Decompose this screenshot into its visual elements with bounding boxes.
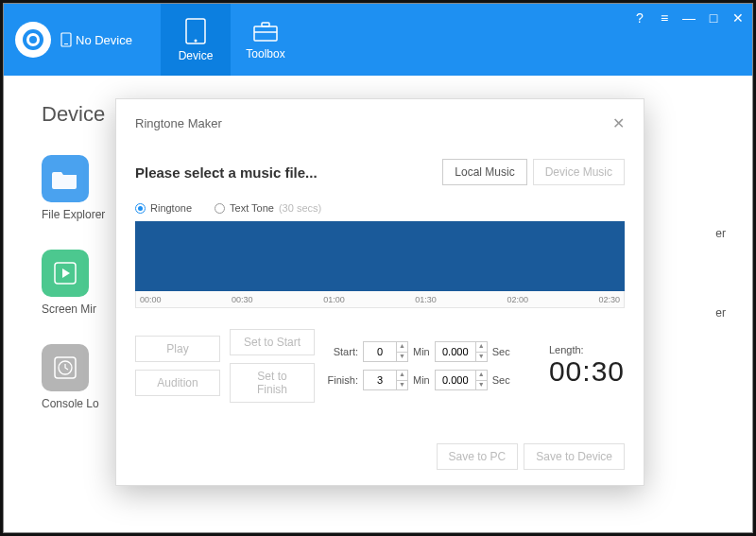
ruler-tick: 01:00 [323, 295, 345, 304]
ruler-tick: 00:30 [232, 295, 253, 304]
finish-sec-field[interactable] [436, 371, 475, 389]
radio-ringtone-label: Ringtone [150, 202, 192, 214]
tab-device[interactable]: Device [161, 4, 231, 76]
toolbox-icon [251, 19, 280, 43]
set-to-finish-button[interactable]: Set to Finish [230, 363, 315, 403]
audition-button[interactable]: Audition [135, 370, 220, 396]
radio-text-tone-label: Text Tone [230, 202, 274, 214]
ruler-tick: 01:30 [415, 295, 437, 304]
finish-min-input[interactable]: ▲▼ [363, 370, 408, 390]
start-sec-input[interactable]: ▲▼ [435, 341, 488, 362]
folder-icon [42, 155, 89, 202]
device-music-button[interactable]: Device Music [533, 159, 625, 185]
tile-label: File Explorer [42, 208, 105, 221]
modal-footer: Save to PC Save to Device [437, 443, 625, 470]
spin-down[interactable]: ▼ [397, 353, 407, 362]
min-label: Min [413, 346, 430, 357]
close-button[interactable]: ✕ [731, 11, 745, 25]
app-window: No Device Device Toolbox ? ≡ — □ ✕ Devic… [3, 3, 753, 533]
radio-ringtone[interactable]: Ringtone [135, 202, 192, 214]
text-tone-hint: (30 secs) [279, 202, 321, 214]
ruler-tick: 02:30 [598, 295, 620, 304]
maximize-button[interactable]: □ [707, 11, 720, 25]
obscured-text: er [715, 306, 726, 320]
tile-screen-mirror[interactable]: Screen Mir [42, 250, 117, 316]
spin-down[interactable]: ▼ [476, 381, 487, 390]
spin-down[interactable]: ▼ [476, 353, 487, 362]
spin-down[interactable]: ▼ [397, 381, 407, 390]
tile-console-log[interactable]: Console Lo [42, 344, 117, 410]
modal-header: Please select a music file... Local Musi… [135, 159, 625, 185]
modal-title: Ringtone Maker [135, 116, 222, 130]
ringtone-maker-modal: Ringtone Maker ✕ Please select a music f… [115, 98, 644, 486]
ruler-tick: 00:00 [140, 295, 162, 304]
menu-icon[interactable]: ≡ [658, 11, 671, 25]
start-label: Start: [324, 346, 358, 357]
spin-up[interactable]: ▲ [397, 342, 407, 353]
device-status: No Device [60, 32, 132, 47]
tab-device-label: Device [179, 49, 214, 62]
length-block: Length: 00:30 [549, 344, 625, 388]
start-sec-field[interactable] [436, 342, 475, 361]
window-controls: ? ≡ — □ ✕ [633, 11, 745, 25]
tile-label: Console Lo [42, 397, 99, 410]
logo-area: No Device [4, 4, 132, 76]
tab-toolbox-label: Toolbox [246, 47, 284, 61]
spin-up[interactable]: ▲ [476, 371, 487, 381]
play-button[interactable]: Play [135, 336, 220, 362]
tablet-icon [183, 17, 208, 45]
svg-rect-5 [262, 23, 269, 26]
local-music-button[interactable]: Local Music [442, 159, 526, 185]
clock-icon [42, 344, 89, 391]
finish-sec-input[interactable]: ▲▼ [435, 370, 488, 390]
spin-up[interactable]: ▲ [397, 371, 407, 381]
nav-tabs: Device Toolbox [161, 4, 301, 76]
start-min-field[interactable] [364, 342, 396, 361]
length-value: 00:30 [549, 355, 625, 388]
svg-point-3 [194, 40, 197, 43]
tile-file-explorer[interactable]: File Explorer [42, 155, 117, 221]
min-label: Min [413, 374, 430, 386]
tab-toolbox[interactable]: Toolbox [231, 4, 301, 76]
sec-label: Sec [492, 346, 510, 357]
phone-icon [60, 32, 72, 47]
ruler-tick: 02:00 [507, 295, 528, 304]
start-min-input[interactable]: ▲▼ [363, 341, 408, 362]
app-logo-icon [15, 22, 51, 58]
save-to-device-button[interactable]: Save to Device [524, 443, 625, 470]
device-status-text: No Device [76, 33, 132, 47]
radio-text-tone[interactable]: Text Tone(30 secs) [215, 202, 321, 214]
modal-instruction: Please select a music file... [135, 164, 318, 181]
obscured-right-column: er er [715, 227, 726, 320]
modal-close-button[interactable]: ✕ [612, 114, 625, 132]
length-label: Length: [549, 344, 625, 355]
music-source-buttons: Local Music Device Music [442, 159, 625, 185]
sec-label: Sec [492, 374, 510, 386]
svg-rect-1 [64, 43, 68, 44]
waveform-area[interactable] [135, 221, 625, 291]
play-icon [42, 250, 89, 297]
save-to-pc-button[interactable]: Save to PC [437, 443, 519, 470]
controls-row: Play Audition Set to Start Set to Finish… [135, 329, 625, 403]
start-time-row: Start: ▲▼ Min ▲▼ Sec [324, 341, 510, 362]
minimize-button[interactable]: — [682, 11, 696, 25]
finish-min-field[interactable] [364, 371, 396, 389]
tile-label: Screen Mir [42, 303, 96, 316]
obscured-text: er [715, 227, 726, 240]
time-ruler: 00:00 00:30 01:00 01:30 02:00 02:30 [135, 291, 625, 308]
tone-type-group: Ringtone Text Tone(30 secs) [135, 202, 625, 214]
spin-up[interactable]: ▲ [476, 342, 487, 353]
finish-label: Finish: [324, 374, 358, 386]
modal-titlebar: Ringtone Maker ✕ [135, 114, 625, 132]
finish-time-row: Finish: ▲▼ Min ▲▼ Sec [324, 370, 510, 390]
svg-rect-4 [254, 26, 277, 41]
help-icon[interactable]: ? [633, 11, 646, 25]
set-to-start-button[interactable]: Set to Start [230, 329, 315, 355]
topbar: No Device Device Toolbox ? ≡ — □ ✕ [4, 4, 752, 76]
